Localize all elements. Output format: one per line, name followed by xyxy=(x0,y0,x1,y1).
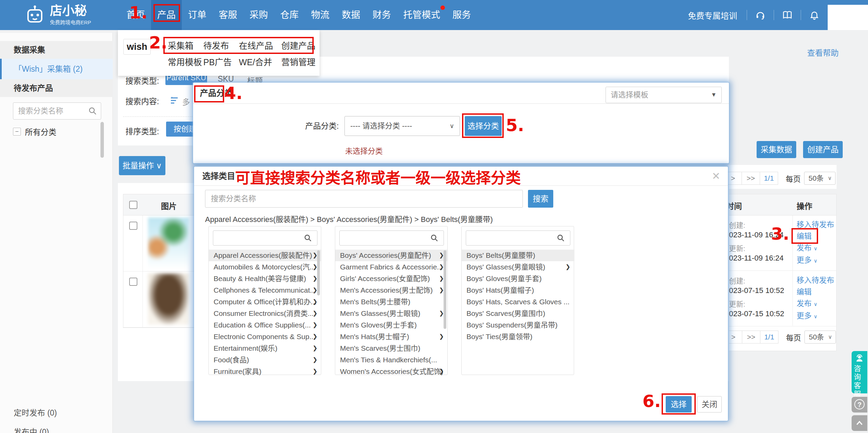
per-page-select[interactable]: 50条∨ xyxy=(804,331,836,344)
category-list-item[interactable]: Boys' Suspenders(男童吊带) xyxy=(462,319,574,331)
action-link[interactable]: 更多∨ xyxy=(797,254,834,267)
category-list-item[interactable]: Electronic Components & Sup...❯ xyxy=(209,331,322,343)
help-floating-button[interactable]: ? xyxy=(852,397,867,413)
category-list-item[interactable]: Education & Office Supplies(...❯ xyxy=(209,319,322,331)
action-link[interactable]: 移入待发布 xyxy=(797,219,834,231)
nav-menu-item[interactable]: 仓库 xyxy=(274,0,305,30)
action-link[interactable]: 编辑 xyxy=(797,286,834,298)
category-list-item[interactable]: Entertainment(娱乐)❯ xyxy=(209,343,322,354)
product-image[interactable] xyxy=(148,218,189,269)
search-content-value[interactable]: 多 xyxy=(182,96,190,107)
category-list-item[interactable]: Garment Fabrics & Accessorie...❯ xyxy=(335,261,448,273)
category-list-item[interactable]: Beauty & Health(美容与健康)❯ xyxy=(209,273,322,284)
tree-node-all-categories[interactable]: − 所有分类 xyxy=(13,126,56,137)
nav-menu-item[interactable]: 服务 xyxy=(446,0,477,30)
action-link[interactable]: 移入待发布 xyxy=(797,275,834,286)
product-menu-link[interactable]: PB广告 xyxy=(203,54,239,70)
product-menu-link[interactable]: 创建产品 xyxy=(281,38,322,54)
close-icon[interactable]: ✕ xyxy=(712,170,720,182)
category-list-item[interactable]: Boys' Ties(男童领带) xyxy=(462,331,574,343)
column-search-input[interactable] xyxy=(213,231,317,246)
batch-operation-button[interactable]: 批量操作 ∨ xyxy=(119,156,165,175)
nav-menu-item[interactable]: 客服 xyxy=(213,0,243,30)
dialog-search-button[interactable]: 搜索 xyxy=(528,190,553,208)
collect-data-button[interactable]: 采集数据 xyxy=(757,141,796,158)
category-list-item[interactable]: Men's Glasses(男士眼镜)❯ xyxy=(335,308,448,319)
category-list-item[interactable]: Cellphones & Telecommunicat...❯ xyxy=(209,284,322,296)
app-logo[interactable]: 店小秘 免费跨境电商ERP xyxy=(25,4,91,26)
dialog-select-button[interactable]: 选择 xyxy=(666,396,692,413)
nav-menu-item[interactable]: 订单 xyxy=(182,0,213,30)
category-list-item[interactable]: Boys' Gloves(男童手套) xyxy=(462,273,574,284)
tab-product-category[interactable]: 产品分类 xyxy=(200,83,233,104)
category-list-item[interactable]: Computer & Office(计算机和办...❯ xyxy=(209,296,322,308)
last-page-button[interactable]: >> xyxy=(742,172,760,185)
category-list-item[interactable]: Boys' Glasses(男童眼镜)❯ xyxy=(462,261,574,273)
product-menu-link[interactable]: WE/合并 xyxy=(239,54,281,70)
last-page-button[interactable]: >> xyxy=(742,331,760,344)
category-list-item[interactable]: Men's Gloves(男士手套) xyxy=(335,319,448,331)
category-list-item[interactable]: Boys' Accessories(男童配件)❯ xyxy=(335,250,448,261)
nav-menu-item[interactable]: 数据 xyxy=(336,0,366,30)
nav-menu-item[interactable]: 采购 xyxy=(243,0,274,30)
view-help-link[interactable]: 查看帮助 xyxy=(807,46,839,58)
category-list-item[interactable]: Furniture(家具)❯ xyxy=(209,366,322,377)
column-search-input[interactable] xyxy=(466,231,570,246)
action-link[interactable]: 发布∨ xyxy=(797,242,834,254)
product-menu-link[interactable]: 采集箱 xyxy=(168,38,203,54)
per-page-select[interactable]: 50条∨ xyxy=(804,172,836,185)
action-link[interactable]: 编辑 xyxy=(797,231,834,242)
category-list-item[interactable]: Boys' Hats, Scarves & Gloves ... xyxy=(462,296,574,308)
category-list-item[interactable]: Men's Scarves(男士围巾) xyxy=(335,343,448,354)
user-area-placeholder[interactable] xyxy=(828,5,868,30)
manual-book-icon[interactable] xyxy=(782,10,792,20)
create-product-button[interactable]: 创建产品 xyxy=(803,141,843,158)
category-list-item[interactable]: Consumer Electronics(消费类...❯ xyxy=(209,308,322,319)
column-search-input[interactable] xyxy=(339,231,444,246)
wish-platform-tab[interactable]: wish xyxy=(123,39,151,55)
notification-bell-icon[interactable] xyxy=(809,10,819,20)
category-list-item[interactable]: Food(食品)❯ xyxy=(209,354,322,366)
nav-menu-item[interactable]: 物流 xyxy=(305,0,336,30)
category-list-item[interactable]: Men's Accessories(男士配饰)❯ xyxy=(335,284,448,296)
product-menu-link[interactable]: 营销管理 xyxy=(281,54,322,70)
product-menu-link[interactable]: 常用模板 xyxy=(168,54,203,70)
category-list-item[interactable]: Men's Hats(男士帽子)❯ xyxy=(335,331,448,343)
sidebar-item-scheduled-publish[interactable]: 定时发布 (0) xyxy=(14,406,57,418)
category-list-item[interactable]: Men's Ties & Handkerchiefs(... xyxy=(335,354,448,366)
nav-menu-item[interactable]: 产品 xyxy=(151,0,182,30)
product-menu-link[interactable]: 在线产品 xyxy=(239,38,281,54)
action-link[interactable]: 更多∨ xyxy=(797,310,834,322)
category-list-item[interactable]: Men's Belts(男士腰带) xyxy=(335,296,448,308)
training-link[interactable]: 免费专属培训 xyxy=(688,9,737,21)
category-list-item[interactable]: Automobiles & Motorcycles(汽...❯ xyxy=(209,261,322,273)
action-link[interactable]: 发布∨ xyxy=(797,298,834,310)
category-list-item[interactable]: Boys' Belts(男童腰带) xyxy=(462,250,574,261)
dialog-category-search-input[interactable] xyxy=(205,190,523,208)
sidebar-item-publishing[interactable]: 发布中 (0) xyxy=(14,425,49,433)
product-menu-link[interactable]: 待发布 xyxy=(203,38,239,54)
template-select[interactable]: 请选择模板▼ xyxy=(606,87,722,103)
row-checkbox[interactable] xyxy=(129,278,137,286)
category-list-item[interactable]: Women's Accessories(女式配饰)❯ xyxy=(335,366,448,377)
product-image[interactable] xyxy=(148,274,189,325)
category-list-item[interactable]: Girls' Accessories(女童配饰)❯ xyxy=(335,273,448,284)
tree-collapse-icon[interactable]: − xyxy=(13,128,21,136)
category-list-item[interactable]: Boys' Hats(男童帽子) xyxy=(462,284,574,296)
list-scrollbar[interactable] xyxy=(444,250,446,329)
nav-menu-item[interactable]: 财务 xyxy=(366,0,397,30)
dialog-close-button[interactable]: 关闭 xyxy=(697,396,722,413)
headset-icon[interactable] xyxy=(755,10,765,20)
category-select[interactable]: ---- 请选择分类 ----∨ xyxy=(344,116,460,136)
select-all-checkbox[interactable] xyxy=(129,201,137,209)
category-list-item[interactable]: Boys' Scarves(男童围巾) xyxy=(462,308,574,319)
nav-menu-item[interactable]: 首页 xyxy=(120,0,151,30)
search-type-sku[interactable]: SKU xyxy=(218,74,234,84)
row-checkbox[interactable] xyxy=(129,222,137,230)
sidebar-item-wish-collect-box[interactable]: 「Wish」采集箱 (2) xyxy=(0,59,113,79)
customer-service-widget[interactable]: 咨询客服 xyxy=(852,351,867,393)
category-list-item[interactable]: Apparel Accessories(服装配件)❯ xyxy=(209,250,322,261)
nav-menu-item[interactable]: 托管模式 xyxy=(397,0,446,30)
choose-category-button[interactable]: 选择分类 xyxy=(465,116,502,136)
sidebar-scrollbar[interactable] xyxy=(100,122,104,158)
